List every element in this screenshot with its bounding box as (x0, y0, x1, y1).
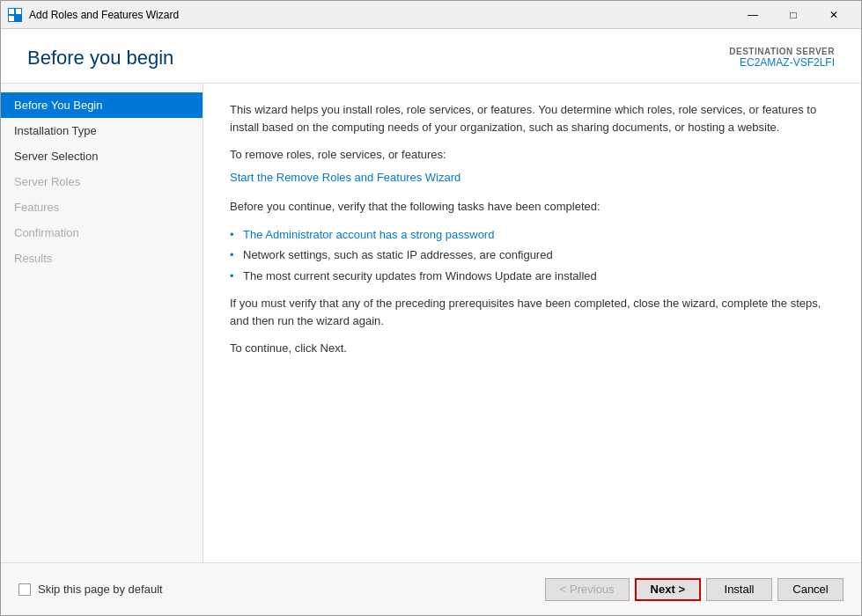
sidebar-item-installation-type[interactable]: Installation Type (1, 118, 203, 143)
list-item: The Administrator account has a strong p… (230, 226, 835, 244)
skip-label: Skip this page by default (38, 583, 163, 596)
footer-buttons: < Previous Next > Install Cancel (545, 578, 844, 601)
sidebar-item-results: Results (1, 246, 203, 271)
close-button[interactable]: ✕ (814, 1, 854, 29)
server-name: EC2AMAZ-VSF2LFI (729, 56, 835, 69)
prerequisites-list: The Administrator account has a strong p… (230, 226, 835, 285)
remove-header: To remove roles, role services, or featu… (230, 146, 835, 164)
svg-rect-0 (9, 9, 14, 14)
destination-server-info: DESTINATION SERVER EC2AMAZ-VSF2LFI (729, 47, 835, 69)
maximize-button[interactable]: □ (773, 1, 814, 29)
svg-rect-2 (9, 16, 14, 21)
sidebar-item-before-you-begin[interactable]: Before You Begin (1, 92, 203, 118)
svg-rect-3 (16, 16, 21, 21)
list-item: The most current security updates from W… (230, 268, 835, 285)
sidebar-item-features: Features (1, 194, 203, 220)
content-area: This wizard helps you install roles, rol… (203, 84, 861, 562)
title-bar: Add Roles and Features Wizard — □ ✕ (1, 1, 861, 29)
app-icon (8, 8, 22, 22)
window-title: Add Roles and Features Wizard (29, 9, 733, 21)
footer: Skip this page by default < Previous Nex… (1, 562, 861, 615)
skip-checkbox[interactable] (18, 583, 31, 596)
skip-checkbox-area: Skip this page by default (18, 583, 545, 596)
verify-header: Before you continue, verify that the fol… (230, 198, 835, 216)
minimize-button[interactable]: — (733, 1, 773, 29)
sidebar: Before You Begin Installation Type Serve… (1, 84, 203, 562)
destination-label: DESTINATION SERVER (729, 47, 835, 56)
window-controls: — □ ✕ (733, 1, 854, 29)
intro-text: This wizard helps you install roles, rol… (230, 101, 835, 136)
admin-password-link[interactable]: The Administrator account has a strong p… (243, 228, 494, 241)
page-title: Before you begin (27, 47, 173, 70)
sidebar-item-confirmation: Confirmation (1, 220, 203, 246)
install-button[interactable]: Install (706, 578, 772, 601)
remove-link[interactable]: Start the Remove Roles and Features Wiza… (230, 171, 460, 184)
sidebar-item-server-selection[interactable]: Server Selection (1, 143, 203, 169)
header: Before you begin DESTINATION SERVER EC2A… (1, 29, 861, 84)
main-content: Before You Begin Installation Type Serve… (1, 84, 861, 562)
previous-button[interactable]: < Previous (545, 578, 630, 601)
main-window: Add Roles and Features Wizard — □ ✕ Befo… (0, 0, 862, 616)
list-item: Network settings, such as static IP addr… (230, 246, 835, 264)
next-button[interactable]: Next > (635, 578, 701, 601)
continue-note: To continue, click Next. (230, 340, 835, 357)
sidebar-item-server-roles: Server Roles (1, 169, 203, 194)
close-note: If you must verify that any of the prece… (230, 295, 835, 329)
svg-rect-1 (16, 9, 21, 14)
cancel-button[interactable]: Cancel (777, 578, 844, 601)
